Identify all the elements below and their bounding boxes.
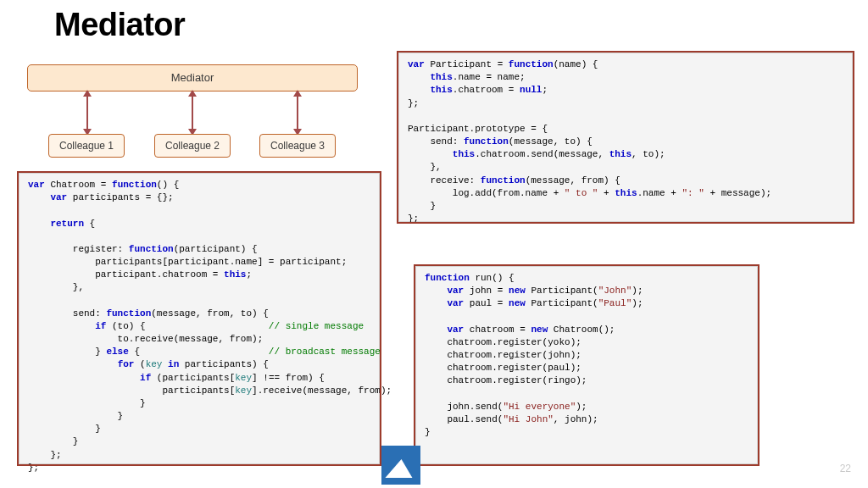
page-number: 22 <box>840 463 851 474</box>
page-title: Mediator <box>54 7 185 43</box>
diagram-colleague-box: Colleague 2 <box>154 134 231 158</box>
code-run: function run() { var john = new Particip… <box>415 266 758 464</box>
mediator-diagram: Mediator Colleague 1 Colleague 2 Colleag… <box>19 64 366 158</box>
diagram-colleague-box: Colleague 3 <box>259 134 336 158</box>
diagram-arrow-icon <box>192 92 193 134</box>
code-chatroom: var Chatroom = function() { var particip… <box>19 173 380 464</box>
diagram-arrow-icon <box>297 92 298 134</box>
diagram-colleague-box: Colleague 1 <box>48 134 125 158</box>
diagram-mediator-box: Mediator <box>27 64 358 92</box>
diagram-arrow-icon <box>86 92 88 134</box>
code-participant: var Participant = function(name) { this.… <box>398 53 853 222</box>
brand-logo-icon <box>381 446 420 485</box>
